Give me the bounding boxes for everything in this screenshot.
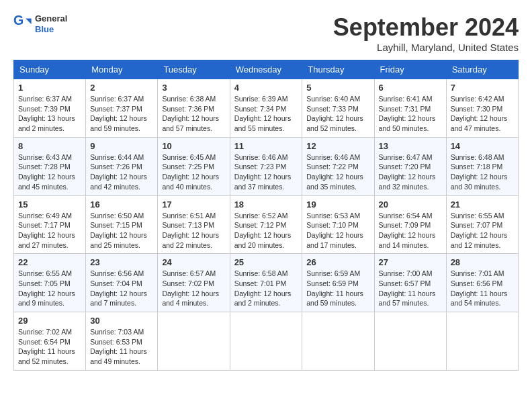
day-number: 20 <box>379 199 442 210</box>
logo-blue: Blue <box>35 24 67 35</box>
calendar-week-4: 22 Sunrise: 6:55 AMSunset: 7:05 PMDaylig… <box>14 254 519 312</box>
logo-general: General <box>35 13 67 24</box>
day-info: Sunrise: 6:37 AMSunset: 7:37 PMDaylight:… <box>90 94 153 134</box>
table-row <box>446 312 518 371</box>
calendar-week-2: 8 Sunrise: 6:43 AMSunset: 7:28 PMDayligh… <box>14 137 519 195</box>
day-info: Sunrise: 6:46 AMSunset: 7:22 PMDaylight:… <box>306 152 369 192</box>
svg-text:G: G <box>13 15 24 28</box>
table-row: 17 Sunrise: 6:51 AMSunset: 7:13 PMDaylig… <box>158 195 230 254</box>
day-info: Sunrise: 6:40 AMSunset: 7:33 PMDaylight:… <box>306 94 369 134</box>
table-row: 18 Sunrise: 6:52 AMSunset: 7:12 PMDaylig… <box>230 195 302 254</box>
table-row: 8 Sunrise: 6:43 AMSunset: 7:28 PMDayligh… <box>14 137 86 195</box>
calendar-header-row: Sunday Monday Tuesday Wednesday Thursday… <box>14 60 519 79</box>
table-row <box>302 312 374 371</box>
table-row: 27 Sunrise: 7:00 AMSunset: 6:57 PMDaylig… <box>374 254 446 312</box>
day-info: Sunrise: 6:51 AMSunset: 7:13 PMDaylight:… <box>162 211 225 250</box>
day-info: Sunrise: 6:50 AMSunset: 7:15 PMDaylight:… <box>90 211 153 250</box>
calendar-week-5: 29 Sunrise: 7:02 AMSunset: 6:54 PMDaylig… <box>14 312 519 371</box>
table-row: 11 Sunrise: 6:46 AMSunset: 7:23 PMDaylig… <box>230 137 302 195</box>
day-number: 14 <box>451 141 514 151</box>
day-number: 29 <box>18 316 81 326</box>
day-number: 9 <box>90 141 153 151</box>
table-row: 29 Sunrise: 7:02 AMSunset: 6:54 PMDaylig… <box>14 312 86 371</box>
day-number: 8 <box>18 141 81 151</box>
table-row: 6 Sunrise: 6:41 AMSunset: 7:31 PMDayligh… <box>374 79 446 138</box>
page-header: G General Blue September 2024 Layhill, M… <box>13 13 519 53</box>
day-info: Sunrise: 6:54 AMSunset: 7:09 PMDaylight:… <box>379 211 442 250</box>
day-number: 26 <box>306 257 369 267</box>
table-row: 16 Sunrise: 6:50 AMSunset: 7:15 PMDaylig… <box>86 195 158 254</box>
table-row: 9 Sunrise: 6:44 AMSunset: 7:26 PMDayligh… <box>86 137 158 195</box>
day-number: 5 <box>306 83 369 93</box>
table-row: 14 Sunrise: 6:48 AMSunset: 7:18 PMDaylig… <box>446 137 518 195</box>
table-row: 26 Sunrise: 6:59 AMSunset: 6:59 PMDaylig… <box>302 254 374 312</box>
day-info: Sunrise: 7:00 AMSunset: 6:57 PMDaylight:… <box>379 269 442 308</box>
table-row: 25 Sunrise: 6:58 AMSunset: 7:01 PMDaylig… <box>230 254 302 312</box>
day-number: 16 <box>90 199 153 210</box>
table-row: 20 Sunrise: 6:54 AMSunset: 7:09 PMDaylig… <box>374 195 446 254</box>
table-row: 24 Sunrise: 6:57 AMSunset: 7:02 PMDaylig… <box>158 254 230 312</box>
calendar-table: Sunday Monday Tuesday Wednesday Thursday… <box>13 60 519 371</box>
day-number: 12 <box>306 141 369 151</box>
col-friday: Friday <box>374 60 446 79</box>
day-info: Sunrise: 6:39 AMSunset: 7:34 PMDaylight:… <box>234 94 298 134</box>
table-row: 30 Sunrise: 7:03 AMSunset: 6:53 PMDaylig… <box>86 312 158 371</box>
table-row: 22 Sunrise: 6:55 AMSunset: 7:05 PMDaylig… <box>14 254 86 312</box>
day-info: Sunrise: 6:42 AMSunset: 7:30 PMDaylight:… <box>451 94 514 134</box>
day-number: 17 <box>162 199 225 210</box>
table-row: 1 Sunrise: 6:37 AMSunset: 7:39 PMDayligh… <box>14 79 86 138</box>
table-row: 5 Sunrise: 6:40 AMSunset: 7:33 PMDayligh… <box>302 79 374 138</box>
day-number: 4 <box>234 83 298 93</box>
table-row: 4 Sunrise: 6:39 AMSunset: 7:34 PMDayligh… <box>230 79 302 138</box>
table-row: 21 Sunrise: 6:55 AMSunset: 7:07 PMDaylig… <box>446 195 518 254</box>
day-number: 10 <box>162 141 225 151</box>
month-title: September 2024 <box>333 13 519 42</box>
day-number: 3 <box>162 83 225 93</box>
location-title: Layhill, Maryland, United States <box>333 42 519 53</box>
day-info: Sunrise: 6:57 AMSunset: 7:02 PMDaylight:… <box>162 269 225 308</box>
col-wednesday: Wednesday <box>230 60 302 79</box>
day-info: Sunrise: 6:48 AMSunset: 7:18 PMDaylight:… <box>451 152 514 192</box>
day-info: Sunrise: 6:58 AMSunset: 7:01 PMDaylight:… <box>234 269 298 308</box>
logo-text: General Blue <box>35 13 67 34</box>
day-number: 22 <box>18 257 81 267</box>
col-monday: Monday <box>86 60 158 79</box>
day-info: Sunrise: 6:52 AMSunset: 7:12 PMDaylight:… <box>234 211 298 250</box>
day-number: 1 <box>18 83 81 93</box>
day-info: Sunrise: 7:01 AMSunset: 6:56 PMDaylight:… <box>451 269 514 308</box>
table-row: 13 Sunrise: 6:47 AMSunset: 7:20 PMDaylig… <box>374 137 446 195</box>
day-number: 24 <box>162 257 225 267</box>
calendar-week-3: 15 Sunrise: 6:49 AMSunset: 7:17 PMDaylig… <box>14 195 519 254</box>
day-info: Sunrise: 6:37 AMSunset: 7:39 PMDaylight:… <box>18 94 81 134</box>
table-row: 2 Sunrise: 6:37 AMSunset: 7:37 PMDayligh… <box>86 79 158 138</box>
col-saturday: Saturday <box>446 60 518 79</box>
day-number: 15 <box>18 199 81 210</box>
day-number: 6 <box>379 83 442 93</box>
calendar-week-1: 1 Sunrise: 6:37 AMSunset: 7:39 PMDayligh… <box>14 79 519 138</box>
table-row: 15 Sunrise: 6:49 AMSunset: 7:17 PMDaylig… <box>14 195 86 254</box>
day-info: Sunrise: 6:49 AMSunset: 7:17 PMDaylight:… <box>18 211 81 250</box>
day-number: 11 <box>234 141 298 151</box>
table-row <box>230 312 302 371</box>
day-info: Sunrise: 6:38 AMSunset: 7:36 PMDaylight:… <box>162 94 225 134</box>
day-info: Sunrise: 6:55 AMSunset: 7:07 PMDaylight:… <box>451 211 514 250</box>
day-number: 19 <box>306 199 369 210</box>
day-number: 18 <box>234 199 298 210</box>
table-row: 12 Sunrise: 6:46 AMSunset: 7:22 PMDaylig… <box>302 137 374 195</box>
table-row <box>374 312 446 371</box>
day-number: 23 <box>90 257 153 267</box>
day-info: Sunrise: 6:43 AMSunset: 7:28 PMDaylight:… <box>18 152 81 192</box>
col-tuesday: Tuesday <box>158 60 230 79</box>
day-number: 30 <box>90 316 153 326</box>
day-number: 27 <box>379 257 442 267</box>
table-row: 3 Sunrise: 6:38 AMSunset: 7:36 PMDayligh… <box>158 79 230 138</box>
day-number: 7 <box>451 83 514 93</box>
day-number: 25 <box>234 257 298 267</box>
table-row <box>158 312 230 371</box>
day-info: Sunrise: 7:03 AMSunset: 6:53 PMDaylight:… <box>90 327 153 367</box>
logo: G General Blue <box>13 13 67 34</box>
day-info: Sunrise: 6:59 AMSunset: 6:59 PMDaylight:… <box>306 269 369 308</box>
day-info: Sunrise: 6:45 AMSunset: 7:25 PMDaylight:… <box>162 152 225 192</box>
day-info: Sunrise: 6:41 AMSunset: 7:31 PMDaylight:… <box>379 94 442 134</box>
table-row: 10 Sunrise: 6:45 AMSunset: 7:25 PMDaylig… <box>158 137 230 195</box>
